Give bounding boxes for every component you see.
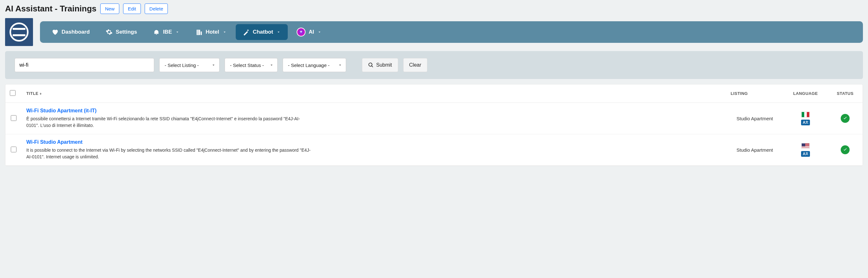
heart-pulse-icon	[52, 29, 58, 35]
status-ok-icon[interactable]	[841, 114, 849, 123]
nav-label: AI	[309, 29, 314, 35]
chevron-down-icon	[175, 30, 180, 34]
col-listing: LISTING	[726, 85, 783, 103]
nav-settings[interactable]: Settings	[99, 24, 144, 40]
nav-ibe[interactable]: IBE	[146, 24, 187, 40]
nav-label: Chatbot	[253, 29, 273, 35]
nav-label: Hotel	[206, 29, 219, 35]
bell-icon	[153, 29, 160, 35]
status-select[interactable]: - Select Status -	[225, 58, 278, 72]
edit-button[interactable]: Edit	[123, 3, 141, 14]
select-all-checkbox[interactable]	[10, 90, 16, 96]
flag-it-icon	[801, 112, 810, 117]
translate-badge-icon[interactable]: A文	[801, 151, 810, 157]
col-title[interactable]: TITLE♦	[22, 85, 726, 103]
table-row: Wi-Fi Studio Apartment (it-IT) È possibi…	[5, 103, 863, 134]
filter-bar: - Select Listing - - Select Status - - S…	[5, 51, 863, 79]
col-language: LANGUAGE	[783, 85, 828, 103]
app-logo[interactable]	[5, 18, 33, 46]
wand-icon	[243, 29, 250, 35]
flag-us-icon	[801, 143, 810, 149]
svg-rect-0	[53, 32, 57, 32]
nav-hotel[interactable]: Hotel	[188, 24, 234, 40]
row-checkbox[interactable]	[11, 115, 17, 121]
nav-dashboard[interactable]: Dashboard	[44, 24, 97, 40]
table-row: Wi-Fi Studio Apartment It is possible to…	[5, 134, 863, 166]
submit-label: Submit	[376, 62, 392, 68]
logo-icon	[9, 23, 29, 41]
main-nav: Dashboard Settings IBE Hotel Chatbot	[40, 21, 863, 43]
chevron-down-icon	[317, 30, 322, 34]
listing-select[interactable]: - Select Listing -	[159, 58, 220, 72]
nav-ai[interactable]: AI	[290, 23, 329, 41]
gear-icon	[106, 29, 113, 35]
row-listing: Studio Apartment	[726, 103, 783, 134]
clear-label: Clear	[409, 62, 421, 68]
col-status: STATUS	[828, 85, 863, 103]
row-title-link[interactable]: Wi-Fi Studio Apartment (it-IT)	[26, 108, 96, 113]
chevron-down-icon	[222, 30, 227, 34]
page-title: AI Assistant - Trainings	[5, 3, 96, 15]
search-input[interactable]	[14, 58, 154, 72]
delete-button[interactable]: Delete	[145, 3, 168, 14]
clear-button[interactable]: Clear	[403, 58, 427, 72]
row-checkbox[interactable]	[11, 147, 17, 152]
submit-button[interactable]: Submit	[362, 58, 398, 72]
nav-label: IBE	[163, 29, 172, 35]
nav-label: Dashboard	[62, 29, 90, 35]
row-description: È possibile connettersi a Internet trami…	[26, 116, 312, 129]
nav-label: Settings	[116, 29, 137, 35]
sparkle-icon	[297, 28, 306, 36]
language-select[interactable]: - Select Language -	[283, 58, 346, 72]
chevron-down-icon	[276, 30, 281, 34]
row-description: It is possible to connect to the Interne…	[26, 147, 312, 160]
search-icon	[368, 62, 374, 68]
translate-badge-icon[interactable]: A文	[801, 120, 810, 125]
building-icon	[195, 29, 203, 35]
row-listing: Studio Apartment	[726, 134, 783, 166]
row-title-link[interactable]: Wi-Fi Studio Apartment	[26, 139, 83, 145]
results-table: TITLE♦ LISTING LANGUAGE STATUS Wi-Fi Stu…	[5, 85, 863, 166]
status-ok-icon[interactable]	[841, 145, 849, 154]
nav-chatbot[interactable]: Chatbot	[236, 24, 288, 40]
sort-icon: ♦	[40, 91, 42, 96]
new-button[interactable]: New	[100, 3, 119, 14]
